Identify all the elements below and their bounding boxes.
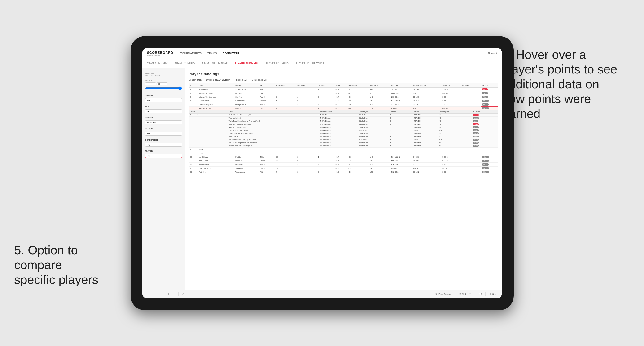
region-select[interactable]: N/A: [145, 132, 182, 136]
update-time-value: 27/01/2024 16:56:26: [145, 74, 160, 76]
nav-item-teams[interactable]: TEAMS: [208, 52, 217, 55]
toolbar-filter[interactable]: ☰: [162, 293, 164, 295]
player-select[interactable]: (All): [145, 154, 182, 158]
expanded-events-cell: Player Event Event Division Event Type R…: [189, 110, 498, 147]
sub-nav-player-summary[interactable]: PLAYER SUMMARY: [235, 59, 259, 68]
toolbar-copy[interactable]: ⧉: [168, 293, 169, 296]
col-rank: #: [189, 83, 198, 88]
toolbar-back[interactable]: ←: [146, 293, 148, 295]
col-yr: Yr: [259, 83, 275, 88]
cell-vs50: [460, 159, 481, 163]
sub-nav-player-h2h-grid[interactable]: PLAYER H2H GRID: [266, 59, 289, 68]
update-time-label: Update time:: [145, 72, 155, 74]
cell-avg-sg: 208-06-13: [390, 95, 412, 99]
cell-avg-sg: 562-82-23: [390, 170, 412, 174]
table-area: Player Standings Gender: Men Division: N…: [185, 68, 502, 290]
toolbar-view[interactable]: 👁 View: Original: [435, 293, 451, 295]
cell-rank: 4: [189, 99, 198, 103]
cell-points[interactable]: 68.94: [481, 99, 498, 103]
sub-nav-team-h2h-grid[interactable]: TEAM H2H GRID: [175, 59, 195, 68]
cell-points[interactable]: 48.68: [481, 155, 498, 159]
toolbar-divider-3: [455, 292, 455, 296]
annotation-bottom-left: 5. Option to compare specific players: [14, 243, 104, 287]
sub-cell-event: SEC Match Play hosted by Jerry Pate: [227, 138, 319, 141]
sub-cell-division: NCAA Division I: [319, 116, 358, 120]
cell-player: Petr Hruby: [198, 170, 234, 174]
cell-yr: First: [259, 87, 275, 91]
cell-points[interactable]: 76.3: [481, 91, 498, 95]
sub-nav-player-h2h-heatmap[interactable]: PLAYER H2H HEATMAP: [296, 59, 324, 68]
cell-overall: 26-23-1: [412, 166, 440, 170]
sub-cell-rounds: 3: [388, 113, 413, 116]
cell-school: Auburn: [234, 106, 259, 110]
sub-cell-rounds: 3: [388, 120, 413, 123]
sub-cell-rank: +1: [438, 113, 471, 116]
sub-cell-player: Jackson Koivun: [189, 113, 227, 116]
cell-points[interactable]: 40.02: [481, 163, 498, 166]
sub-cell-type: Stroke Play: [358, 123, 389, 126]
no-rds-min-input[interactable]: [145, 82, 156, 85]
sub-table-row: Southern Highlands Collegiate NCAA Divis…: [189, 123, 498, 126]
cell-reg-rank: 5: [275, 99, 295, 103]
sub-nav-team-h2h-heatmap[interactable]: TEAM H2H HEATMAP: [202, 59, 228, 68]
cell-overall: 24-31-3: [412, 99, 440, 103]
toolbar-more[interactable]: ···: [173, 293, 175, 295]
cell-points[interactable]: 40.27: [481, 159, 498, 163]
gender-select[interactable]: Men Women: [145, 98, 182, 102]
sub-cell-event: SEC Stroke Play hosted by Jerry Pate: [227, 141, 319, 144]
cell-vs25: 63-54-6: [440, 99, 460, 103]
cell-no-rds: 2: [317, 103, 334, 106]
cell-vs25: 29-38-2: [440, 155, 460, 159]
sub-cell-status: PLAYED: [413, 116, 438, 120]
cell-player: Jackson Koivun: [198, 106, 234, 110]
sub-table-row: Mirabei Maui Jim Intercollegiate NCAA Di…: [189, 144, 498, 147]
table-row: 22 Ian Gilligan Florida Third 10 24 1 68…: [189, 155, 498, 159]
sub-cell-type: Stroke Play: [358, 113, 389, 116]
toolbar-watch[interactable]: 👁 Watch ▼: [459, 293, 471, 295]
sub-cell-event: Mirabei Maui Jim Intercollegiate: [227, 144, 319, 147]
cell-overall: 22-10-0: [412, 95, 440, 99]
update-time: Update time: 27/01/2024 16:56:26: [145, 72, 182, 77]
sign-out-link[interactable]: Sign out: [488, 52, 497, 55]
col-points: Points: [481, 83, 498, 88]
filter-summary: Gender: Men Division: NCAA Division I Re…: [189, 79, 498, 81]
nav-item-committee[interactable]: COMMITTEE: [222, 52, 239, 55]
toolbar-forward[interactable]: →: [152, 293, 154, 295]
col-wins: Wins: [334, 83, 347, 88]
no-rds-slider[interactable]: [145, 86, 182, 90]
sub-cell-rounds: 3: [388, 126, 413, 129]
sub-cell-wpoints: 30.47: [471, 135, 498, 138]
table-row: 1 Wenyi Ding Arizona State First 1 15 1 …: [189, 87, 498, 91]
cell-no-rds: 2: [317, 163, 334, 166]
cell-points[interactable]: 70.2: [481, 95, 498, 99]
toolbar-clock[interactable]: ◌: [182, 293, 184, 295]
nav-item-tournaments[interactable]: TOURNAMENTS: [180, 52, 202, 55]
filter-division-label: Division: [145, 117, 182, 119]
toolbar-feedback[interactable]: 💬: [479, 293, 482, 295]
cell-points[interactable]: 38.95: [481, 166, 498, 170]
sub-cell-wpoints: 65.50: [471, 132, 498, 135]
conference-select[interactable]: (All): [145, 143, 182, 147]
cell-avg-par: 1.47: [368, 95, 390, 99]
division-select[interactable]: NCAA Division I: [145, 120, 182, 125]
cell-points[interactable]: 60.49: [481, 103, 498, 106]
table-row: 3 Michael Thorbjornsen Stanford Fourth 1…: [189, 95, 498, 99]
cell-points[interactable]: 38.49: [481, 170, 498, 174]
cell-yr: Second: [259, 91, 275, 95]
cell-rank: 2: [189, 91, 198, 95]
table-header-row: # Player School Yr Reg Rank Conf Rank No…: [189, 83, 498, 88]
col-vs50: Vs Top 50: [460, 83, 481, 88]
cell-vs50: [460, 155, 481, 159]
sub-cell-event: Southern Highlands Collegiate: [227, 123, 319, 126]
no-rds-max-input[interactable]: [157, 82, 168, 85]
cell-points[interactable]: 88.2: [481, 87, 498, 91]
filter-gender-display: Gender: Men: [189, 79, 202, 81]
cell-yr: Fourth: [259, 159, 275, 163]
player-table: # Player School Yr Reg Rank Conf Rank No…: [189, 83, 498, 174]
cell-no-rds: 1: [317, 87, 334, 91]
cell-points[interactable]: 58.18: [481, 106, 498, 110]
year-select[interactable]: (All): [145, 109, 182, 113]
annotation-top-right: 4. Hover over a player's points to see a…: [502, 47, 625, 121]
toolbar-share[interactable]: ⇧ Share: [489, 293, 498, 295]
sub-nav-team-summary[interactable]: TEAM SUMMARY: [147, 59, 168, 68]
